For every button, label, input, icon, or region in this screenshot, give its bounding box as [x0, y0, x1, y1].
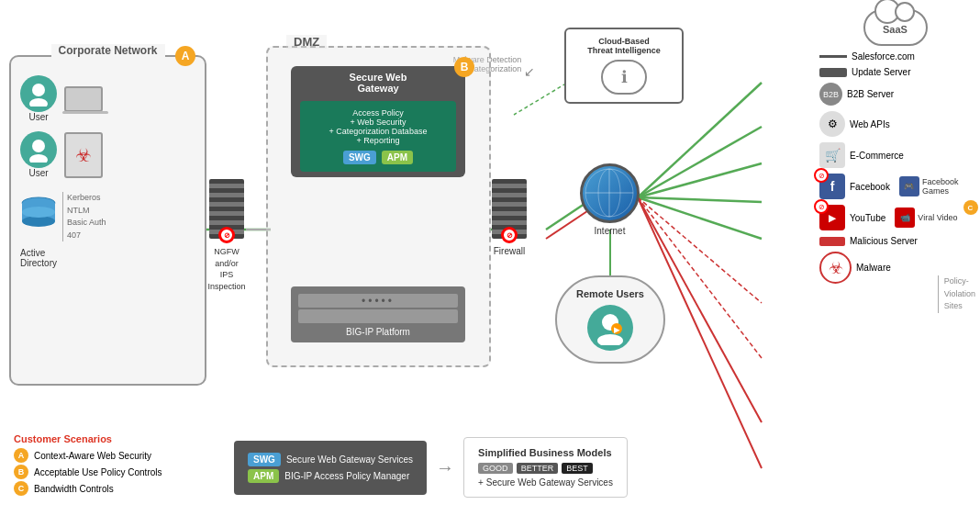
facebook-games-label: FacebookGames: [922, 177, 959, 196]
b2b-server-label: B2B Server: [847, 89, 894, 99]
youtube-item: ▶ ⊘ YouTube 📹 C Viral Video: [819, 205, 971, 230]
remote-users-node: Remote Users ▶: [555, 275, 665, 364]
svg-point-29: [597, 334, 623, 345]
svg-point-16: [32, 84, 45, 96]
svg-line-4: [638, 127, 762, 197]
internet-label: Internet: [580, 226, 640, 236]
laptop-icon: [64, 86, 103, 112]
ngfw-left: ⊘: [209, 179, 244, 239]
firewall-label: Firewall: [492, 246, 527, 256]
badge-b: B: [454, 57, 474, 77]
user1-label: User: [20, 112, 57, 122]
models-box: Simplified Business Models GOOD BETTER B…: [463, 437, 628, 498]
saas-cloud: SaaS: [819, 9, 971, 46]
tag-swg: SWG: [343, 151, 376, 164]
models-sub: + Secure Web Gateway Services: [478, 477, 613, 488]
access-policy-box: Access Policy + Web Security + Categoriz…: [300, 101, 456, 172]
svg-point-19: [29, 154, 48, 163]
legend-badge-a: A: [14, 448, 28, 463]
arrow-icon: →: [436, 457, 454, 478]
apm-legend-desc: BIG-IP Access Policy Manager: [284, 471, 409, 481]
tag-apm: APM: [382, 151, 413, 164]
svg-line-6: [638, 197, 762, 202]
cloud-threat-node: Cloud-BasedThreat Intelligence ℹ: [564, 28, 684, 104]
legend-label-a: Context-Aware Web Security: [34, 451, 151, 461]
customer-scenarios-legend: Customer Scenarios A Context-Aware Web S…: [14, 433, 162, 498]
firewall-right: ⊘ Firewall: [492, 179, 527, 256]
web-apis-item: ⚙ Web APIs: [819, 111, 971, 137]
svg-point-17: [29, 98, 48, 107]
ngfw-label: NGFWand/orIPSInspection: [200, 246, 253, 292]
swg-legend-tag: SWG: [248, 453, 281, 466]
right-panel: SaaS Salesforce.com Update Server B2B B2…: [819, 9, 971, 289]
salesforce-label: Salesforce.com: [852, 51, 915, 62]
malicious-server-item: Malicious Server: [819, 236, 971, 246]
web-apis-label: Web APIs: [850, 119, 890, 129]
svg-line-5: [638, 163, 762, 197]
legend-label-c: Bandwidth Controls: [34, 484, 114, 494]
apm-legend-tag: APM: [248, 469, 279, 483]
svg-point-18: [32, 140, 45, 152]
svg-point-23: [22, 207, 55, 218]
malicious-server-label: Malicious Server: [850, 236, 918, 246]
infected-device-icon: ☣: [64, 132, 103, 178]
corp-network-title: Corporate Network: [50, 44, 164, 57]
legend-item-c: C Bandwidth Controls: [14, 481, 162, 496]
swg-inner: Secure WebGateway B Access Policy + Web …: [291, 66, 465, 177]
user1-icon: [20, 75, 57, 112]
legend-label-b: Acceptable Use Policy Controls: [34, 467, 162, 477]
ecommerce-item: 🛒 E-Commerce: [819, 142, 971, 168]
bottom-legend: SWG Secure Web Gateway Services APM BIG-…: [234, 437, 628, 498]
swg-legend-box: SWG Secure Web Gateway Services APM BIG-…: [234, 441, 427, 495]
remote-users-label: Remote Users: [564, 288, 656, 299]
active-directory-db-icon: [20, 196, 57, 239]
dmz-title: DMZ: [286, 35, 327, 49]
bigip-label: BIG-IP Platform: [298, 327, 458, 337]
viral-video-label: Viral Video: [918, 213, 957, 222]
svg-text:▶: ▶: [614, 326, 620, 334]
tag-good: GOOD: [478, 463, 513, 474]
active-directory-label: Active Directory: [11, 246, 205, 270]
legend-title: Customer Scenarios: [14, 433, 162, 444]
legend-item-b: B Acceptable Use Policy Controls: [14, 465, 162, 479]
badge-c: C: [963, 200, 978, 215]
user2-icon: [20, 131, 57, 168]
update-server-label: Update Server: [852, 67, 910, 77]
policy-violation-label: Policy-ViolationSites: [938, 275, 975, 313]
bigip-platform: ••••• BIG-IP Platform: [291, 286, 465, 342]
legend-badge-b: B: [14, 465, 28, 479]
update-server-item: Update Server: [819, 67, 971, 77]
kerberos-labels: Kerberos NTLM Basic Auth 407: [62, 192, 106, 241]
diagram: Malware Detection URL Categorization ↙ C…: [0, 0, 980, 516]
salesforce-item: Salesforce.com: [819, 51, 971, 62]
user2-label: User: [20, 168, 57, 178]
badge-a: A: [175, 46, 195, 66]
facebook-item: f ⊘ Facebook 🎮 FacebookGames: [819, 174, 971, 199]
models-title: Simplified Business Models: [478, 447, 613, 458]
youtube-label: YouTube: [850, 213, 885, 223]
b2b-server-item: B2B B2B Server: [819, 83, 971, 106]
corporate-network-box: Corporate Network A User User: [9, 55, 206, 386]
legend-item-a: A Context-Aware Web Security: [14, 448, 162, 463]
internet-node: Internet: [580, 163, 640, 236]
swg-title: Secure WebGateway: [300, 72, 456, 94]
cloud-threat-title: Cloud-BasedThreat Intelligence: [574, 37, 674, 55]
dmz-box: DMZ Secure WebGateway B Access Policy + …: [266, 46, 491, 367]
tag-best: BEST: [562, 463, 593, 474]
svg-line-7: [638, 197, 762, 239]
ecommerce-label: E-Commerce: [850, 151, 904, 161]
malware-label: Malware: [856, 263, 891, 273]
facebook-label: Facebook: [850, 182, 890, 192]
swg-legend-desc: Secure Web Gateway Services: [286, 454, 413, 465]
tag-better: BETTER: [517, 463, 559, 474]
legend-badge-c: C: [14, 481, 28, 496]
